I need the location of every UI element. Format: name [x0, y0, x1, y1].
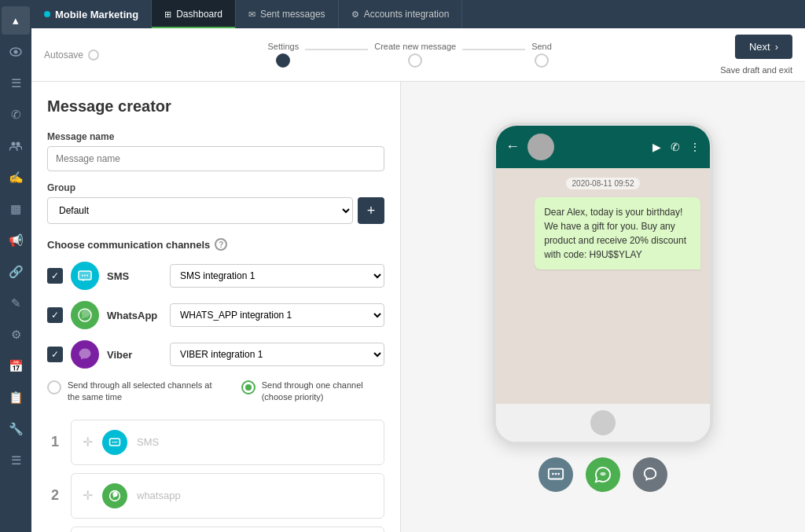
tab-sent-messages[interactable]: ✉ Sent messages [236, 0, 339, 28]
sms-channel-name: SMS [107, 270, 162, 282]
send-all-label: Send through all selected channels at th… [68, 380, 218, 404]
tab-accounts-integration[interactable]: ⚙ Accounts integration [339, 0, 463, 28]
brand-dot [44, 11, 50, 17]
send-one-radio[interactable] [241, 380, 255, 394]
sidebar-icon-chart[interactable]: ✎ [2, 289, 30, 317]
add-group-button[interactable]: + [358, 197, 384, 224]
video-call-icon: ▶ [652, 141, 661, 153]
autosave-area: Autosave [44, 50, 99, 61]
viber-channel-name: Viber [107, 349, 162, 361]
priority-whatsapp-icon [102, 483, 127, 508]
sidebar-icon-link[interactable]: 🔗 [2, 258, 30, 286]
sidebar-icon-monitor[interactable]: ▩ [2, 195, 30, 223]
step-create: Create new message [374, 42, 456, 68]
send-one-option[interactable]: Send through one channel (choose priorit… [241, 380, 384, 404]
send-all-option[interactable]: Send through all selected channels at th… [47, 380, 218, 404]
step-create-label: Create new message [374, 42, 456, 51]
sent-icon: ✉ [248, 9, 255, 20]
whatsapp-integration-select[interactable]: WHATS_APP integration 1 [170, 303, 384, 327]
step-settings-circle [276, 53, 290, 68]
svg-point-1 [14, 50, 18, 54]
brand-tab[interactable]: Mobile Marketing [31, 0, 152, 28]
sidebar-icon-gear[interactable]: ⚙ [2, 321, 30, 349]
priority-item-2: 2 ✛ whatsapp [47, 473, 384, 519]
channel-row-viber: ✓ Viber VIBER integration 1 [47, 340, 384, 369]
top-navigation: Mobile Marketing ⊞ Dashboard ✉ Sent mess… [31, 0, 805, 28]
priority-card-3: ✛ Viber [71, 526, 384, 532]
next-arrow-icon: › [775, 41, 778, 53]
whatsapp-checkbox[interactable]: ✓ [47, 307, 63, 323]
add-group-icon: + [367, 203, 376, 219]
sms-integration-select[interactable]: SMS integration 1 [170, 264, 384, 288]
viber-checkbox[interactable]: ✓ [47, 347, 63, 362]
message-name-label: Message name [47, 131, 384, 142]
viber-icon [71, 340, 99, 369]
phone-frame: ← ▶ ✆ ⋮ 2020-08-11 09:52 Dear Alex, toda… [493, 123, 713, 445]
phone-header: ← ▶ ✆ ⋮ [496, 126, 710, 168]
svg-point-18 [557, 472, 560, 475]
preview-sms-icon[interactable] [539, 457, 573, 492]
autosave-circle [88, 50, 99, 61]
svg-point-8 [86, 275, 88, 277]
svg-point-7 [84, 275, 86, 277]
sidebar-icon-wrench[interactable]: 🔧 [2, 415, 30, 443]
sidebar-icon-chat[interactable]: ✍ [2, 163, 30, 192]
back-arrow-icon: ← [505, 138, 520, 155]
preview-whatsapp-icon[interactable] [586, 457, 620, 492]
phone-actions: ▶ ✆ ⋮ [652, 141, 700, 153]
preview-viber-icon[interactable] [633, 457, 667, 492]
toolbar-actions: Next › Save draft and exit [720, 35, 792, 75]
sidebar-icon-home[interactable]: ▴ [2, 6, 30, 35]
sidebar-icon-clipboard[interactable]: 📋 [2, 383, 30, 412]
save-draft-button[interactable]: Save draft and exit [720, 65, 792, 75]
message-name-input[interactable] [47, 146, 384, 171]
drag-handle-2[interactable]: ✛ [83, 488, 93, 503]
send-mode-section: Send through all selected channels at th… [47, 380, 384, 404]
step-send: Send [531, 42, 552, 68]
sidebar-icon-calendar[interactable]: 📅 [2, 352, 30, 380]
channels-section-label: Choose communication channels ? [47, 238, 384, 251]
step-line-1 [305, 49, 368, 50]
phone-preview: ← ▶ ✆ ⋮ 2020-08-11 09:52 Dear Alex, toda… [493, 123, 713, 445]
sidebar-icon-phone[interactable]: ✆ [2, 101, 30, 129]
tab-dashboard[interactable]: ⊞ Dashboard [152, 0, 236, 28]
brand-label: Mobile Marketing [55, 9, 138, 20]
send-one-label: Send through one channel (choose priorit… [262, 380, 384, 404]
channel-row-whatsapp: ✓ WhatsApp WHATS_APP integration 1 [47, 301, 384, 329]
group-label: Group [47, 182, 384, 193]
main-area: Mobile Marketing ⊞ Dashboard ✉ Sent mess… [31, 0, 805, 532]
priority-item-1: 1 ✛ SMS [47, 420, 384, 465]
svg-point-13 [116, 441, 117, 442]
whatsapp-channel-name: WhatsApp [107, 310, 162, 321]
viber-integration-select[interactable]: VIBER integration 1 [170, 343, 384, 366]
sidebar-icon-megaphone[interactable]: 📢 [2, 226, 30, 255]
svg-point-2 [12, 142, 16, 146]
help-icon[interactable]: ? [215, 238, 227, 251]
next-button[interactable]: Next › [735, 35, 792, 59]
sidebar-icon-menu[interactable]: ☰ [2, 69, 30, 97]
sms-checkbox[interactable]: ✓ [47, 268, 63, 284]
whatsapp-icon [71, 301, 99, 329]
svg-point-11 [112, 441, 114, 442]
priority-list: 1 ✛ SMS 2 ✛ [47, 420, 384, 532]
priority-sms-icon [102, 430, 127, 455]
priority-sms-name: SMS [137, 436, 159, 448]
drag-handle-1[interactable]: ✛ [83, 435, 93, 449]
stepper: Settings Create new message Send [267, 42, 551, 68]
more-icon: ⋮ [689, 141, 700, 153]
priority-whatsapp-name: whatsapp [137, 490, 181, 501]
priority-card-2: ✛ whatsapp [71, 473, 384, 519]
step-line-2 [462, 49, 525, 50]
svg-point-3 [17, 142, 20, 146]
chat-bubble: Dear Alex, today is your birthday! We ha… [535, 197, 700, 270]
tab-sent-label: Sent messages [260, 9, 325, 20]
sidebar-icon-lines[interactable]: ☰ [2, 446, 30, 475]
svg-point-16 [552, 472, 554, 475]
group-select[interactable]: Default [47, 197, 353, 224]
send-all-radio[interactable] [47, 380, 61, 394]
priority-card-1: ✛ SMS [71, 420, 384, 465]
step-create-circle [408, 53, 422, 68]
chat-date: 2020-08-11 09:52 [566, 178, 641, 189]
sidebar-icon-eye[interactable] [2, 38, 30, 66]
sidebar-icon-users[interactable] [2, 132, 30, 160]
